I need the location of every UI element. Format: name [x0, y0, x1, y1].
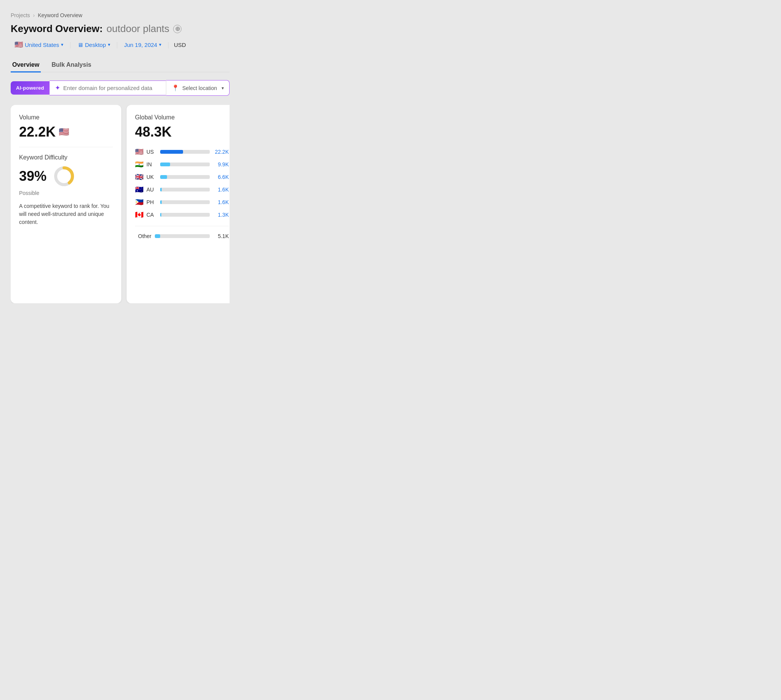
breadcrumb-parent[interactable]: Projects	[11, 12, 30, 18]
page-title: Keyword Overview: outdoor plants ⊕	[11, 23, 230, 35]
tab-overview[interactable]: Overview	[11, 58, 41, 72]
value-uk: 6.6K	[213, 174, 229, 180]
bar-fill-uk	[160, 175, 167, 179]
global-volume-label: Global Volume	[135, 114, 229, 121]
bar-fill-in	[160, 163, 170, 166]
device-label: Desktop	[85, 42, 106, 48]
currency-label: USD	[172, 40, 188, 50]
value-other: 5.1K	[213, 233, 229, 239]
difficulty-description: A competitive keyword to rank for. You w…	[19, 202, 113, 226]
country-row-in: 🇮🇳 IN 9.9K	[135, 160, 229, 168]
code-au: AU	[147, 187, 157, 193]
flag-in: 🇮🇳	[135, 160, 143, 168]
value-au: 1.6K	[213, 187, 229, 193]
tabs: Overview Bulk Analysis	[11, 58, 230, 72]
value-us: 22.2K	[213, 149, 229, 155]
domain-input[interactable]	[63, 85, 161, 91]
card-divider	[19, 147, 113, 147]
location-chevron-icon: ▾	[221, 85, 224, 91]
filter-divider-3: |	[167, 41, 169, 49]
code-in: IN	[147, 162, 157, 167]
date-filter[interactable]: Jun 19, 2024 ▾	[120, 40, 165, 50]
country-row-au: 🇦🇺 AU 1.6K	[135, 185, 229, 194]
breadcrumb: Projects › Keyword Overview	[11, 12, 230, 18]
country-row-us: 🇺🇸 US 22.2K	[135, 148, 229, 156]
bar-track-au	[160, 188, 210, 192]
country-row-other: Other 5.1K	[135, 233, 229, 239]
global-volume-card: Global Volume 48.3K 🇺🇸 US 22.2K 🇮🇳 IN 9.…	[127, 105, 230, 303]
filter-divider-1: |	[69, 41, 71, 49]
location-placeholder: Select location	[182, 85, 217, 91]
code-other: Other	[138, 233, 152, 239]
volume-value-row: 22.2K 🇺🇸	[19, 124, 113, 140]
code-ca: CA	[147, 212, 157, 218]
difficulty-donut	[53, 165, 75, 188]
country-label: United States	[25, 42, 59, 48]
global-divider	[135, 226, 229, 226]
date-chevron-icon: ▾	[159, 42, 161, 47]
value-ca: 1.3K	[213, 212, 229, 218]
country-flag: 🇺🇸	[15, 40, 23, 49]
bar-track-uk	[160, 175, 210, 179]
filters-row: 🇺🇸 United States ▾ | 🖥 Desktop ▾ | Jun 1…	[11, 38, 230, 51]
ai-powered-badge: AI-powered	[11, 81, 50, 95]
code-uk: UK	[147, 174, 157, 180]
flag-ca: 🇨🇦	[135, 210, 143, 219]
country-chevron-icon: ▾	[61, 42, 63, 47]
code-ph: PH	[147, 199, 157, 205]
flag-au: 🇦🇺	[135, 185, 143, 194]
country-row-ca: 🇨🇦 CA 1.3K	[135, 210, 229, 219]
title-prefix: Keyword Overview:	[11, 23, 103, 35]
filter-divider-2: |	[116, 41, 118, 49]
difficulty-value: 39%	[19, 168, 47, 184]
bar-track-other	[155, 234, 210, 238]
difficulty-row: 39%	[19, 165, 113, 188]
global-volume-value: 48.3K	[135, 124, 229, 140]
flag-us: 🇺🇸	[135, 148, 143, 156]
bar-fill-ph	[160, 200, 162, 204]
cards-row: Volume 22.2K 🇺🇸 Keyword Difficulty 39% P…	[11, 105, 230, 303]
value-in: 9.9K	[213, 162, 229, 167]
ai-search-row: AI-powered ✦ 📍 Select location ▾	[11, 80, 230, 96]
breadcrumb-separator: ›	[33, 12, 35, 18]
difficulty-label: Keyword Difficulty	[19, 154, 113, 161]
bar-track-ca	[160, 213, 210, 217]
country-filter[interactable]: 🇺🇸 United States ▾	[11, 38, 67, 51]
difficulty-sublabel: Possible	[19, 190, 113, 196]
value-ph: 1.6K	[213, 199, 229, 205]
add-keyword-icon[interactable]: ⊕	[173, 25, 182, 33]
volume-label: Volume	[19, 114, 113, 121]
tab-bulk-analysis[interactable]: Bulk Analysis	[50, 58, 93, 72]
bar-fill-us	[160, 150, 183, 154]
bar-fill-au	[160, 188, 162, 192]
location-pin-icon: 📍	[172, 84, 179, 92]
bar-fill-other	[155, 234, 160, 238]
flag-uk: 🇬🇧	[135, 173, 143, 181]
bar-track-ph	[160, 200, 210, 204]
flag-ph: 🇵🇭	[135, 198, 143, 207]
volume-number: 22.2K	[19, 124, 56, 140]
breadcrumb-current: Keyword Overview	[38, 12, 82, 18]
location-select[interactable]: 📍 Select location ▾	[166, 80, 230, 96]
country-row-ph: 🇵🇭 PH 1.6K	[135, 198, 229, 207]
date-label: Jun 19, 2024	[124, 42, 157, 48]
keyword-name: outdoor plants	[107, 23, 169, 35]
volume-flag: 🇺🇸	[59, 127, 69, 137]
ai-input-wrapper: ✦	[50, 80, 166, 95]
volume-card: Volume 22.2K 🇺🇸 Keyword Difficulty 39% P…	[11, 105, 121, 303]
bar-track-in	[160, 163, 210, 166]
device-icon: 🖥	[77, 42, 83, 48]
device-filter[interactable]: 🖥 Desktop ▾	[73, 40, 114, 50]
sparkle-icon: ✦	[55, 84, 60, 92]
country-row-uk: 🇬🇧 UK 6.6K	[135, 173, 229, 181]
device-chevron-icon: ▾	[108, 42, 110, 47]
bar-fill-ca	[160, 213, 161, 217]
code-us: US	[147, 149, 157, 155]
bar-track-us	[160, 150, 210, 154]
